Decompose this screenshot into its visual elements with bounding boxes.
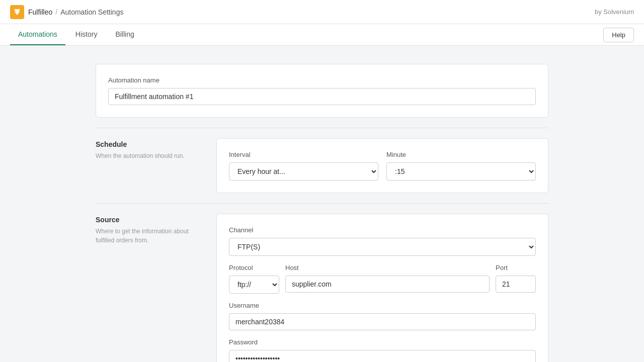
content-block: Automation name Schedule When the automa… — [96, 54, 548, 362]
header-left: Fulfilleo / Automation Settings — [10, 5, 123, 19]
protocol-select[interactable]: ftp:// ftps:// sftp:// — [229, 276, 279, 294]
username-label: Username — [229, 302, 536, 309]
channel-select[interactable]: FTP(S) SFTP HTTP Email — [229, 238, 536, 256]
minute-field-group: Minute :00 :05 :10 :15 :20 :30 :45 — [386, 151, 536, 180]
by-label: by Solvenium — [595, 8, 634, 16]
help-button[interactable]: Help — [603, 28, 634, 42]
host-field-group: Host — [285, 264, 490, 294]
source-title: Source — [96, 216, 206, 224]
protocol-field-group: Protocol ftp:// ftps:// sftp:// — [229, 264, 279, 294]
schedule-label-col: Schedule When the automation should run. — [96, 138, 216, 160]
source-section: Source Where to get the information abou… — [96, 203, 548, 362]
channel-field-group: Channel FTP(S) SFTP HTTP Email — [229, 226, 536, 256]
schedule-card-col: Interval Every hour at... Every day at..… — [216, 138, 548, 193]
automation-name-input[interactable] — [108, 88, 536, 105]
automation-name-section: Automation name — [96, 54, 548, 128]
interval-select[interactable]: Every hour at... Every day at... Every w… — [229, 162, 378, 180]
host-input[interactable] — [285, 276, 490, 293]
main-content: Automation name Schedule When the automa… — [0, 46, 644, 362]
tab-billing[interactable]: Billing — [107, 24, 142, 45]
source-card: Channel FTP(S) SFTP HTTP Email Prot — [216, 214, 548, 362]
username-field-group: Username — [229, 302, 536, 330]
schedule-description: When the automation should run. — [96, 151, 206, 160]
password-input[interactable] — [229, 350, 536, 362]
source-card-col: Channel FTP(S) SFTP HTTP Email Prot — [216, 214, 548, 362]
port-input[interactable] — [496, 276, 536, 293]
source-form: Channel FTP(S) SFTP HTTP Email Prot — [229, 226, 536, 362]
tabs-list: Automations History Billing — [10, 24, 142, 45]
port-label: Port — [496, 264, 536, 272]
breadcrumb: Fulfilleo / Automation Settings — [28, 8, 123, 16]
schedule-title: Schedule — [96, 140, 206, 148]
password-field-group: Password — [229, 338, 536, 362]
automation-name-card: Automation name — [96, 64, 548, 118]
nav-tabs: Automations History Billing Help — [0, 24, 644, 46]
schedule-section: Schedule When the automation should run.… — [96, 128, 548, 203]
logo-icon — [10, 5, 24, 19]
port-field-group: Port — [496, 264, 536, 294]
interval-label: Interval — [229, 151, 378, 158]
connection-fields: Protocol ftp:// ftps:// sftp:// Host — [229, 264, 536, 294]
source-description: Where to get the information about fulfi… — [96, 227, 206, 245]
page-title: Automation Settings — [60, 8, 123, 16]
protocol-label: Protocol — [229, 264, 279, 272]
breadcrumb-separator: / — [55, 8, 57, 16]
app-name: Fulfilleo — [28, 8, 52, 16]
minute-select[interactable]: :00 :05 :10 :15 :20 :30 :45 — [386, 162, 536, 180]
tab-automations[interactable]: Automations — [10, 24, 65, 45]
tab-history[interactable]: History — [67, 24, 106, 45]
schedule-grid: Interval Every hour at... Every day at..… — [229, 151, 536, 180]
app-header: Fulfilleo / Automation Settings by Solve… — [0, 0, 644, 24]
automation-name-label: Automation name — [108, 76, 536, 84]
schedule-card: Interval Every hour at... Every day at..… — [216, 138, 548, 193]
minute-label: Minute — [386, 151, 536, 158]
host-label: Host — [285, 264, 490, 272]
interval-field-group: Interval Every hour at... Every day at..… — [229, 151, 378, 180]
source-label-col: Source Where to get the information abou… — [96, 214, 216, 245]
username-input[interactable] — [229, 313, 536, 330]
password-label: Password — [229, 338, 536, 346]
channel-label: Channel — [229, 226, 536, 234]
